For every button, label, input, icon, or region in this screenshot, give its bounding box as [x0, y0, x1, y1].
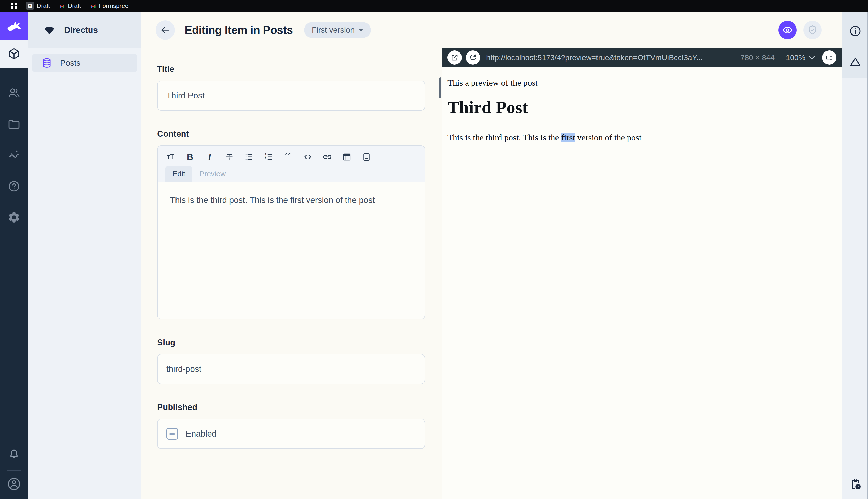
gmail-icon: [90, 3, 96, 9]
external-link-icon: [451, 53, 459, 62]
ordered-list-icon[interactable]: 123: [263, 152, 274, 162]
sidebar-item-content[interactable]: [0, 40, 28, 68]
right-sidebar-rail: [842, 12, 868, 499]
highlighted-text: first: [561, 133, 575, 142]
table-icon[interactable]: [342, 152, 352, 162]
browser-tab-label: Formspree: [99, 2, 128, 10]
devices-icon: [825, 53, 833, 62]
format-size-icon[interactable]: [165, 152, 176, 162]
item-edit-form: Title Content B I: [141, 48, 442, 499]
preview-url-bar: http://localhost:5173/4?preview=true&tok…: [442, 48, 842, 67]
version-selector[interactable]: First version: [304, 22, 371, 38]
eye-icon: [782, 24, 793, 36]
svg-text:3: 3: [265, 158, 266, 160]
field-slug: Slug: [157, 338, 425, 384]
preview-body-text: This is the third post. This is the firs…: [448, 133, 834, 143]
browser-tab-strip: 31 Draft Draft Formspree: [0, 0, 868, 12]
sidebar-item-insights[interactable]: [0, 140, 28, 171]
database-icon: [41, 57, 52, 69]
code-icon[interactable]: [303, 152, 313, 162]
blockquote-icon[interactable]: ”: [283, 152, 293, 162]
browser-tab-label: Draft: [37, 2, 50, 10]
version-label: First version: [312, 25, 355, 35]
refresh-button[interactable]: [466, 50, 480, 65]
form-scrollbar[interactable]: [439, 77, 441, 98]
sidebar-item-settings[interactable]: [0, 202, 28, 233]
back-button[interactable]: [155, 20, 175, 40]
zoom-value: 100%: [786, 53, 805, 62]
browser-tab-label: Draft: [68, 2, 81, 10]
preview-dimensions: 780 × 844: [740, 53, 775, 62]
editor-tabs: Edit Preview: [158, 163, 425, 182]
page-title: Editing Item in Posts: [185, 24, 293, 36]
bullet-list-icon[interactable]: [244, 152, 254, 162]
clipboard-clock-icon[interactable]: [848, 478, 862, 491]
save-button[interactable]: [803, 21, 822, 39]
navigation-sidebar: Directus Posts: [28, 12, 141, 499]
app-window: 31 Draft Draft Formspree: [0, 0, 868, 499]
module-bar: [0, 12, 28, 499]
browser-tab-draft-calendar[interactable]: 31 Draft: [26, 2, 50, 10]
tab-grid-icon[interactable]: [11, 3, 17, 9]
link-icon[interactable]: [322, 152, 332, 162]
checkbox-indeterminate-icon[interactable]: [166, 428, 178, 440]
info-icon[interactable]: [848, 24, 862, 38]
triangle-icon[interactable]: [848, 55, 862, 68]
module-bar-divider: [7, 470, 21, 471]
field-content: Content B I: [157, 129, 425, 319]
editor-toolbar: B I 123 ”: [158, 146, 425, 163]
sidebar-item-label: Posts: [60, 58, 80, 68]
field-title: Title: [157, 64, 425, 111]
zoom-select[interactable]: 100%: [786, 53, 815, 62]
project-logo-icon: [43, 24, 55, 36]
chevron-down-icon: [809, 56, 815, 59]
title-input[interactable]: [157, 81, 425, 111]
user-avatar[interactable]: [0, 475, 28, 493]
preview-url[interactable]: http://localhost:5173/4?preview=true&tok…: [486, 53, 740, 62]
italic-icon[interactable]: I: [204, 152, 215, 162]
preview-heading: Third Post: [448, 97, 834, 118]
live-preview-panel: http://localhost:5173/4?preview=true&tok…: [442, 48, 842, 499]
sidebar-item-users[interactable]: [0, 77, 28, 109]
content-textarea[interactable]: This is the third post. This is the firs…: [170, 194, 412, 306]
google-calendar-icon: 31: [26, 2, 34, 10]
shield-check-icon: [807, 24, 818, 36]
image-icon[interactable]: [362, 152, 372, 162]
slug-input[interactable]: [157, 354, 425, 384]
open-in-new-button[interactable]: [448, 50, 462, 65]
strikethrough-icon[interactable]: [224, 152, 234, 162]
notifications-bell-icon[interactable]: [0, 443, 28, 464]
preview-intro-text: This a preview of the post: [448, 78, 834, 88]
field-label: Slug: [157, 338, 425, 348]
project-header[interactable]: Directus: [28, 12, 141, 48]
field-published: Published Enabled: [157, 402, 425, 449]
markdown-editor: B I 123 ”: [157, 145, 425, 319]
checkbox-label: Enabled: [186, 429, 216, 439]
tab-preview[interactable]: Preview: [192, 166, 233, 182]
project-name: Directus: [64, 25, 98, 35]
browser-tab-draft-gmail[interactable]: Draft: [59, 2, 81, 10]
responsive-mode-button[interactable]: [822, 50, 836, 65]
field-label: Content: [157, 129, 425, 139]
gmail-icon: [59, 3, 65, 9]
sidebar-item-docs[interactable]: [0, 171, 28, 202]
chevron-down-icon: [358, 29, 363, 32]
arrow-left-icon: [160, 25, 171, 35]
directus-logo[interactable]: [0, 12, 28, 40]
live-preview-button[interactable]: [778, 21, 797, 39]
browser-tab-formspree[interactable]: Formspree: [90, 2, 128, 10]
preview-document: This a preview of the post Third Post Th…: [442, 67, 842, 143]
sidebar-item-files[interactable]: [0, 109, 28, 140]
bold-icon[interactable]: B: [185, 152, 195, 162]
refresh-icon: [469, 53, 477, 62]
svg-text:31: 31: [29, 5, 31, 8]
tab-edit[interactable]: Edit: [165, 166, 192, 182]
sidebar-item-posts[interactable]: Posts: [32, 54, 137, 72]
page-header: Editing Item in Posts First version: [141, 12, 842, 48]
field-label: Published: [157, 402, 425, 412]
window-scrollbar[interactable]: [867, 12, 868, 499]
published-toggle[interactable]: Enabled: [157, 419, 425, 449]
field-label: Title: [157, 64, 425, 74]
